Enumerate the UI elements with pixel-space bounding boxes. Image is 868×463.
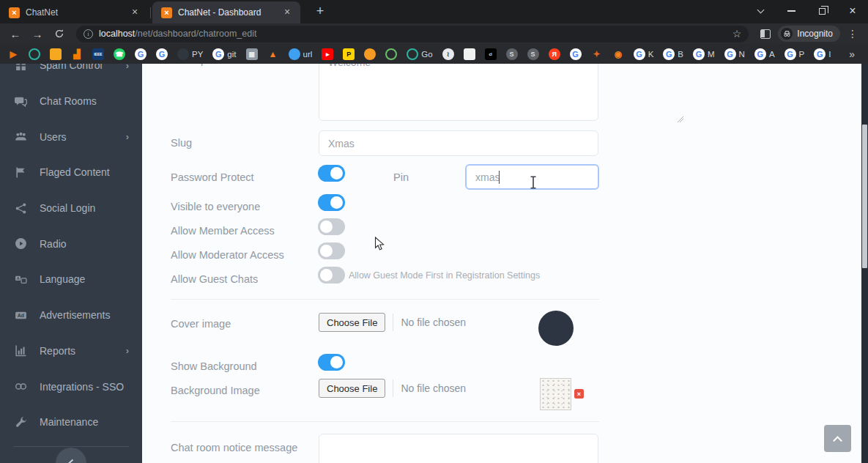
bookmark-favicon[interactable]: ▸ bbox=[322, 48, 333, 60]
bookmark-favicon[interactable]: Я bbox=[549, 48, 560, 60]
scrollbar-thumb[interactable] bbox=[862, 125, 867, 268]
bookmark-favicon[interactable]: GN bbox=[724, 48, 745, 60]
description-textarea[interactable]: Welcome bbox=[319, 64, 598, 121]
bookmark-favicon[interactable]: IEEE bbox=[92, 48, 104, 60]
bookmark-favicon[interactable] bbox=[385, 48, 397, 60]
bookmark-favicon[interactable]: ▦ bbox=[246, 48, 258, 60]
chevron-right-icon: › bbox=[126, 64, 129, 71]
tab-search-icon[interactable] bbox=[745, 0, 776, 22]
bookmark-favicon[interactable]: P bbox=[343, 48, 355, 60]
bookmark-favicon[interactable]: GK bbox=[634, 48, 654, 60]
bookmark-favicon[interactable] bbox=[364, 48, 376, 60]
minimize-button[interactable] bbox=[776, 0, 806, 22]
sidebar-item-social-login[interactable]: Social Login bbox=[0, 190, 142, 226]
tab-close-icon[interactable]: × bbox=[281, 7, 293, 18]
bookmark-favicon[interactable]: G bbox=[156, 48, 168, 60]
delete-background-button[interactable]: × bbox=[574, 389, 584, 399]
show-background-toggle[interactable] bbox=[318, 354, 345, 371]
reload-button[interactable] bbox=[50, 25, 69, 42]
bookmark-favicon[interactable]: GM bbox=[693, 48, 715, 60]
bookmark-favicon[interactable]: GP bbox=[784, 48, 805, 60]
bookmark-favicon[interactable] bbox=[29, 48, 40, 60]
bookmark-favicon[interactable]: cl bbox=[485, 48, 497, 60]
slug-input[interactable] bbox=[319, 130, 598, 156]
restore-button[interactable] bbox=[806, 0, 837, 22]
bookmark-favicon[interactable]: Ggit bbox=[212, 48, 236, 60]
textarea-resize-grip[interactable] bbox=[677, 116, 683, 122]
reload-icon bbox=[54, 29, 64, 39]
tab-strip: × ChatNet × × ChatNet - Dashboard × + × bbox=[0, 0, 868, 23]
bookmark-star-icon[interactable]: ☆ bbox=[732, 28, 742, 40]
sidebar-item-integrations-sso[interactable]: Integrations - SSO bbox=[0, 368, 142, 404]
bookmark-favicon[interactable]: ☎ bbox=[114, 48, 125, 60]
allow-member-access-toggle[interactable] bbox=[318, 218, 345, 235]
bookmark-favicon[interactable]: S bbox=[506, 48, 518, 60]
bookmark-favicon[interactable]: PY bbox=[177, 48, 203, 60]
bookmark-favicon[interactable] bbox=[464, 48, 475, 60]
sidebar-item-language[interactable]: A Language bbox=[0, 262, 142, 297]
ad-icon: Ad bbox=[15, 309, 27, 322]
bookmark-favicon[interactable]: GB bbox=[663, 48, 683, 60]
bookmarks-overflow-icon[interactable]: » bbox=[849, 48, 861, 60]
sidebar-item-radio[interactable]: Radio bbox=[0, 226, 142, 262]
tab-chatnet[interactable]: × ChatNet × bbox=[0, 1, 148, 23]
play-circle-icon bbox=[15, 237, 27, 250]
bookmark-favicon[interactable]: ▟ bbox=[71, 48, 83, 60]
sidebar-item-reports[interactable]: Reports › bbox=[0, 333, 142, 369]
allow-moderator-access-toggle[interactable] bbox=[318, 242, 345, 259]
cover-image-label: Cover image bbox=[171, 318, 231, 330]
sidebar-item-maintenance[interactable]: Maintenance bbox=[0, 404, 142, 440]
bookmark-favicon[interactable]: GI bbox=[814, 48, 831, 60]
bookmark-favicon[interactable] bbox=[50, 48, 62, 60]
bookmark-favicon[interactable]: GA bbox=[754, 48, 775, 60]
pin-label: Pin bbox=[393, 171, 409, 183]
sso-link-icon bbox=[15, 380, 27, 393]
bookmark-favicon[interactable]: url bbox=[289, 48, 313, 60]
url-host: localhost bbox=[99, 29, 135, 39]
page-scrollbar[interactable] bbox=[861, 64, 868, 463]
bookmark-favicon[interactable]: S bbox=[527, 48, 539, 60]
forward-button[interactable]: → bbox=[28, 25, 47, 42]
sidebar-item-flagged-content[interactable]: Flaged Content bbox=[0, 155, 142, 190]
bookmark-favicon[interactable]: G bbox=[135, 48, 146, 60]
pin-input[interactable] bbox=[465, 164, 599, 190]
side-panel-button[interactable] bbox=[756, 25, 775, 42]
tab-title: ChatNet - Dashboard bbox=[178, 7, 275, 18]
browser-menu-icon[interactable]: ⋮ bbox=[843, 28, 862, 40]
sidebar-item-chat-rooms[interactable]: Chat Rooms bbox=[0, 84, 142, 119]
choose-file-button[interactable]: Choose File bbox=[319, 379, 385, 398]
bookmark-favicon[interactable]: ✦ bbox=[591, 48, 603, 60]
choose-file-button[interactable]: Choose File bbox=[319, 313, 385, 332]
sidebar-item-users[interactable]: Users › bbox=[0, 119, 142, 155]
bookmark-favicon[interactable]: ◉ bbox=[612, 48, 624, 60]
bookmark-favicon[interactable]: ▶ bbox=[7, 48, 19, 60]
sidebar-item-advertisements[interactable]: Ad Advertisements bbox=[0, 297, 142, 333]
guest-chats-helper-text: Allow Guest Mode First in Registration S… bbox=[349, 270, 540, 281]
tab-close-icon[interactable]: × bbox=[129, 7, 141, 18]
back-button[interactable]: ← bbox=[6, 25, 25, 42]
sidebar-collapse-button[interactable] bbox=[56, 448, 86, 463]
allow-guest-chats-toggle[interactable] bbox=[318, 267, 345, 284]
tab-chatnet-dashboard[interactable]: × ChatNet - Dashboard × bbox=[152, 1, 300, 23]
background-image-label: Background Image bbox=[171, 385, 260, 396]
password-protect-toggle[interactable] bbox=[318, 165, 345, 182]
bookmark-favicon[interactable]: G bbox=[570, 48, 582, 60]
chevron-right-icon: › bbox=[126, 131, 129, 142]
sidebar-item-spam-control[interactable]: Spam Control › bbox=[0, 64, 142, 84]
language-icon: A bbox=[15, 273, 27, 286]
bookmark-favicon[interactable]: Go bbox=[407, 48, 432, 60]
site-info-icon[interactable]: i bbox=[84, 29, 93, 39]
url-text: localhost/net/dashboard/chatroom_edit bbox=[99, 29, 727, 39]
close-button[interactable]: × bbox=[837, 0, 868, 22]
incognito-badge: Incognito bbox=[778, 26, 840, 42]
visible-to-everyone-toggle[interactable] bbox=[318, 194, 345, 211]
url-bar[interactable]: i localhost/net/dashboard/chatroom_edit … bbox=[76, 26, 749, 42]
bookmark-favicon[interactable]: ≀ bbox=[442, 48, 454, 60]
bookmark-favicon[interactable]: ▲ bbox=[267, 48, 279, 60]
window-controls: × bbox=[745, 0, 868, 22]
new-tab-button[interactable]: + bbox=[311, 2, 330, 21]
scroll-to-top-button[interactable] bbox=[824, 425, 851, 452]
slug-label: Slug bbox=[171, 137, 192, 149]
bar-chart-icon bbox=[15, 344, 27, 357]
notice-message-input[interactable] bbox=[319, 434, 598, 463]
